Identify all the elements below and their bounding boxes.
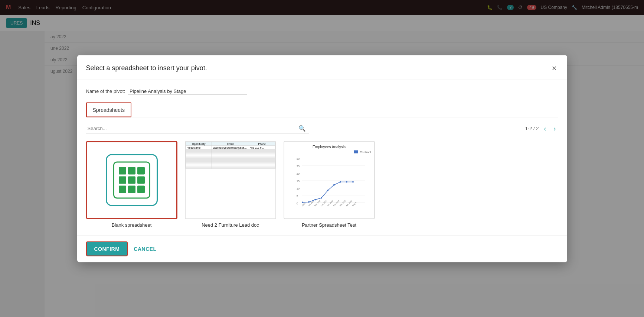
chart-thumb-partner: Employees Analysis Contract 30 25 20	[284, 142, 374, 218]
chart-point-7	[340, 181, 341, 182]
confirm-button[interactable]: CONFIRM	[86, 241, 128, 256]
modal-title: Select a spreadsheet to insert your pivo…	[86, 64, 207, 72]
blank-sheet-inner	[113, 161, 150, 198]
pagination-count: 1-2 / 2	[525, 126, 539, 131]
grid-cell-2	[128, 167, 135, 174]
grid-cell-6	[137, 176, 145, 184]
cancel-button[interactable]: CANCEL	[134, 246, 156, 252]
legend-dot	[354, 151, 358, 153]
modal-footer: CONFIRM CANCEL	[77, 235, 567, 262]
chart-point-3	[314, 199, 316, 200]
modal: Select a spreadsheet to insert your pivo…	[77, 55, 567, 262]
svg-text:Nov 2021: Nov 2021	[314, 199, 321, 207]
grid-cell-7	[119, 185, 126, 193]
pivot-name-label: Name of the pivot:	[86, 88, 125, 94]
chart-point-5	[327, 190, 328, 191]
tab-bar: Spreadsheets	[86, 102, 558, 117]
search-container: 🔍	[86, 123, 309, 133]
svg-text:Jan 2022: Jan 2022	[326, 200, 333, 207]
svg-text:10: 10	[297, 187, 300, 190]
grid-cell-3	[137, 167, 145, 174]
spreadsheet-thumb-partner: Employees Analysis Contract 30 25 20	[284, 141, 375, 219]
chart-point-4	[321, 197, 322, 198]
chart-area: 30 25 20 15 10 5 0	[287, 155, 371, 207]
chart-line	[303, 182, 353, 202]
chart-title: Employees Analysis	[287, 145, 371, 149]
chart-point-1	[302, 201, 303, 203]
furniture-row-1: Product Info vauxoo@yourcompany.example.…	[186, 146, 275, 149]
grid-cell-4	[119, 176, 126, 184]
svg-text:30: 30	[297, 157, 300, 160]
svg-text:0: 0	[297, 202, 298, 204]
modal-header: Select a spreadsheet to insert your pivo…	[77, 55, 567, 80]
svg-text:Feb 2022: Feb 2022	[333, 199, 340, 206]
spreadsheet-thumb-furniture: Opportunity Email Phone Product Info vau…	[185, 141, 276, 219]
grid-cell-5	[128, 176, 135, 184]
svg-text:20: 20	[297, 172, 300, 175]
pagination: 1-2 / 2 ‹ ›	[525, 124, 558, 132]
pivot-name-input[interactable]	[128, 87, 247, 95]
blank-sheet-icon	[106, 154, 158, 206]
spreadsheet-name-partner: Partner Spreadsheet Test	[302, 222, 356, 227]
spreadsheet-item-blank[interactable]: Blank spreadsheet	[86, 141, 177, 227]
svg-text:Mar 2022: Mar 2022	[339, 199, 346, 206]
mini-spreadsheet-furniture: Opportunity Email Phone Product Info vau…	[186, 142, 275, 218]
svg-text:May 2...: May 2...	[352, 200, 358, 207]
svg-text:Dec 2021: Dec 2021	[320, 199, 327, 207]
svg-text:Oct 2021: Oct 2021	[307, 200, 314, 207]
spreadsheet-item-partner[interactable]: Employees Analysis Contract 30 25 20	[284, 141, 375, 227]
svg-text:5: 5	[297, 194, 298, 197]
col-phone: Phone	[249, 142, 275, 146]
chart-legend: Contract	[287, 150, 371, 153]
furniture-row-18	[186, 167, 275, 168]
tab-spreadsheets[interactable]: Spreadsheets	[86, 102, 131, 117]
spreadsheet-item-furniture[interactable]: Opportunity Email Phone Product Info vau…	[185, 141, 276, 227]
furniture-cell-1-1: Product Info	[186, 146, 212, 149]
chart-point-6	[333, 184, 335, 185]
chart-point-2	[308, 201, 310, 203]
modal-body: Name of the pivot: Spreadsheets 🔍 1-2 / …	[77, 80, 567, 235]
search-icon: 🔍	[298, 125, 306, 132]
svg-text:25: 25	[297, 165, 300, 167]
spreadsheet-name-furniture: Need 2 Furniture Lead doc	[202, 222, 259, 227]
pagination-prev[interactable]: ‹	[542, 124, 549, 132]
search-input[interactable]	[86, 123, 309, 133]
col-email: Email	[212, 142, 249, 146]
spreadsheet-thumb-blank	[86, 141, 177, 219]
furniture-table: Opportunity Email Phone Product Info vau…	[186, 142, 275, 168]
grid-cell-9	[137, 185, 145, 193]
svg-text:Apr 2022: Apr 2022	[345, 200, 352, 207]
pagination-next[interactable]: ›	[552, 124, 558, 132]
col-opportunity: Opportunity	[186, 142, 212, 146]
pivot-name-row: Name of the pivot:	[86, 87, 558, 95]
chart-point-8	[346, 181, 347, 182]
search-row: 🔍 1-2 / 2 ‹ ›	[86, 123, 558, 133]
chart-point-9	[352, 181, 354, 182]
svg-text:15: 15	[297, 179, 300, 182]
furniture-cell-1-2: vauxoo@yourcompany.example.com	[212, 146, 249, 149]
grid-cell-1	[119, 167, 126, 174]
furniture-cell-1-3: +59 212-6...	[249, 146, 275, 149]
spreadsheet-name-blank: Blank spreadsheet	[112, 222, 152, 227]
modal-close-button[interactable]: ×	[550, 62, 558, 74]
grid-cell-8	[128, 185, 135, 193]
svg-text:2021: 2021	[301, 202, 305, 206]
spreadsheet-grid: Blank spreadsheet Opportunity Email Phon…	[86, 141, 558, 227]
legend-label: Contract	[360, 150, 371, 153]
chart-svg: 30 25 20 15 10 5 0	[287, 155, 371, 207]
